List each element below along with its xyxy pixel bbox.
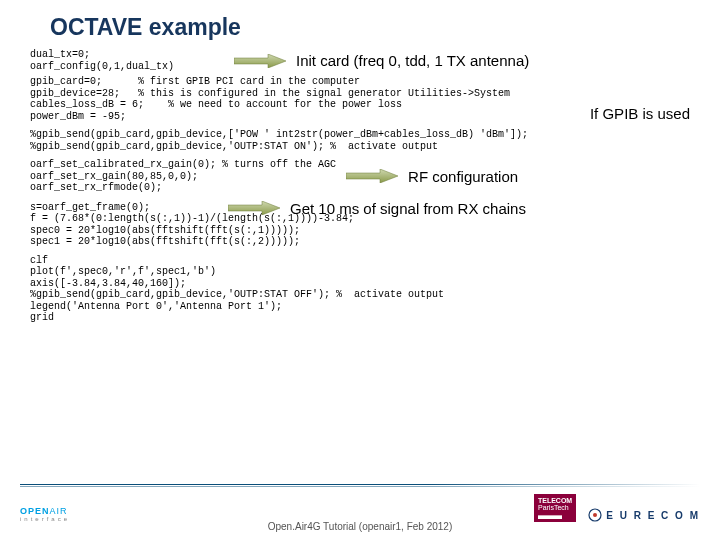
footer-text: Open.Air4G Tutorial (openair1, Feb 2012) — [0, 521, 720, 532]
annotation-rf: RF configuration — [408, 168, 518, 185]
svg-marker-1 — [346, 169, 398, 183]
code-block-1: dual_tx=0; oarf_config(0,1,dual_tx) — [30, 49, 174, 72]
openair-logo: OPENAIR interface — [20, 506, 70, 522]
code-block-3: %gpib_send(gpib_card,gpib_device,['POW '… — [30, 129, 690, 152]
code-block-4: oarf_set_calibrated_rx_gain(0); % turns … — [30, 159, 336, 194]
annotation-gpib: If GPIB is used — [590, 105, 690, 122]
arrow-right-icon — [346, 169, 398, 183]
svg-marker-0 — [234, 54, 286, 68]
code-block-6: clf plot(f',spec0,'r',f',spec1,'b') axis… — [30, 255, 690, 324]
svg-point-4 — [593, 513, 597, 517]
annotation-frame: Get 10 ms of signal from RX chains — [290, 200, 526, 217]
code-block-2: gpib_card=0; % first GPIB PCI card in th… — [30, 76, 584, 122]
eurecom-logo: E U R E C O M — [588, 508, 700, 522]
arrow-right-icon — [228, 201, 280, 215]
divider — [20, 486, 700, 487]
svg-marker-2 — [228, 201, 280, 215]
page-title: OCTAVE example — [50, 14, 690, 41]
arrow-right-icon — [234, 54, 286, 68]
telecom-logo: TELECOM ParisTech ▬▬ — [534, 494, 576, 522]
annotation-init: Init card (freq 0, tdd, 1 TX antenna) — [296, 52, 529, 69]
divider — [20, 484, 700, 485]
